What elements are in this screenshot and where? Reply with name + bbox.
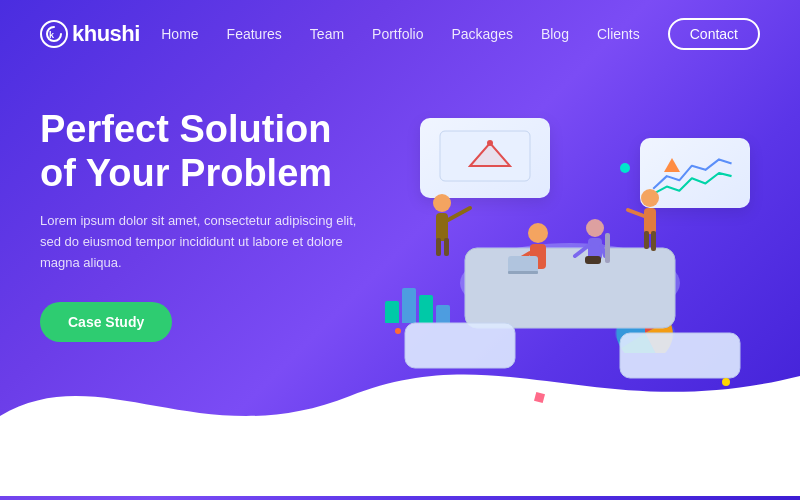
svg-point-11 [433,194,451,212]
svg-point-22 [586,219,604,237]
svg-rect-29 [644,208,656,234]
nav-links: Home Features Team Portfolio Packages Bl… [161,18,760,50]
nav-team[interactable]: Team [310,26,344,42]
svg-line-15 [448,208,470,220]
svg-point-16 [528,223,548,243]
dot-orange [395,328,401,334]
dot-teal [620,163,630,173]
page-wrapper: k khushi Home Features Team Portfolio Pa… [0,0,800,500]
svg-rect-10 [620,333,740,378]
nav-packages[interactable]: Packages [451,26,512,42]
hero-section: Perfect Solution of Your Problem Lorem i… [0,68,800,418]
navbar: k khushi Home Features Team Portfolio Pa… [0,0,800,68]
svg-rect-8 [465,248,675,328]
triangle-orange [664,158,680,172]
svg-rect-14 [444,238,449,256]
hero-description: Lorem ipsum dolor sit amet, consectetur … [40,211,360,273]
logo: k khushi [40,20,140,48]
svg-text:k: k [49,30,55,40]
brand-name: khushi [72,21,140,47]
svg-line-30 [628,210,644,216]
rect-pink [534,392,545,403]
logo-icon: k [40,20,68,48]
hero-left: Perfect Solution of Your Problem Lorem i… [40,98,360,342]
bar-1 [385,301,399,323]
nav-clients[interactable]: Clients [597,26,640,42]
nav-portfolio[interactable]: Portfolio [372,26,423,42]
svg-point-28 [641,189,659,207]
contact-button[interactable]: Contact [668,18,760,50]
svg-rect-27 [605,233,610,263]
svg-rect-13 [436,238,441,256]
svg-rect-21 [508,271,538,274]
people-illustration [400,128,740,378]
nav-features[interactable]: Features [227,26,282,42]
case-study-button[interactable]: Case Study [40,302,172,342]
dot-yellow [722,378,730,386]
hero-title: Perfect Solution of Your Problem [40,108,360,195]
svg-rect-24 [585,256,601,264]
svg-rect-32 [651,231,656,251]
svg-rect-31 [644,231,649,249]
svg-rect-12 [436,213,448,241]
nav-home[interactable]: Home [161,26,198,42]
hero-illustration [360,98,760,418]
svg-rect-9 [405,323,515,368]
nav-blog[interactable]: Blog [541,26,569,42]
